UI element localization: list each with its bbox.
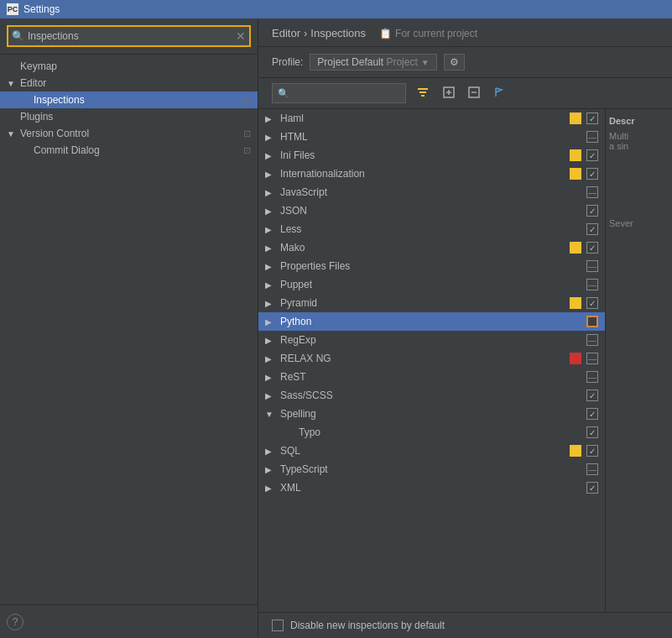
insp-check-sass[interactable]: ✓ <box>586 390 598 401</box>
insp-severity-relaxng <box>570 353 581 364</box>
inspections-toolbar: 🔍 <box>258 78 672 109</box>
insp-row-haml[interactable]: ▶ Haml ✓ <box>258 109 605 128</box>
inspections-search-wrapper[interactable]: 🔍 <box>272 83 406 103</box>
insp-severity-mako <box>570 242 581 254</box>
insp-row-sass[interactable]: ▶ Sass/SCSS ✓ <box>258 386 605 405</box>
insp-severity-i18n <box>570 168 581 180</box>
insp-severity-ini <box>570 149 581 161</box>
insp-row-mako[interactable]: ▶ Mako ✓ <box>258 238 605 257</box>
insp-check-pyramid[interactable]: ✓ <box>586 297 598 309</box>
sidebar-item-keymap[interactable]: Keymap <box>0 58 258 75</box>
insp-row-relaxng[interactable]: ▶ RELAX NG — <box>258 349 605 368</box>
insp-arrow-less: ▶ <box>265 225 277 234</box>
for-project-label: For current project <box>395 28 477 39</box>
sidebar: 🔍 ✕ Keymap ▼ Editor Inspections ⊡ <box>0 18 258 638</box>
collapse-all-button[interactable] <box>465 85 483 102</box>
desc-header: Descr <box>609 116 669 126</box>
sidebar-item-version-control[interactable]: ▼ Version Control ⊡ <box>0 125 258 142</box>
profile-dropdown-arrow: ▼ <box>421 58 430 67</box>
insp-row-js[interactable]: ▶ JavaScript — <box>258 183 605 201</box>
insp-arrow-json: ▶ <box>265 207 277 216</box>
insp-row-python[interactable]: ▶ Python <box>258 312 605 331</box>
insp-name-i18n: Internationalization <box>280 168 570 180</box>
insp-name-python: Python <box>280 316 585 327</box>
sidebar-item-commit-dialog[interactable]: Commit Dialog ⊡ <box>0 142 258 159</box>
insp-row-ini[interactable]: ▶ Ini Files ✓ <box>258 146 605 165</box>
disable-inspections-checkbox[interactable] <box>272 620 284 631</box>
sidebar-label-vc: Version Control <box>20 128 240 139</box>
insp-arrow-xml: ▶ <box>265 484 277 493</box>
insp-row-ts[interactable]: ▶ TypeScript — <box>258 460 605 478</box>
insp-name-puppet: Puppet <box>280 279 585 290</box>
insp-row-less[interactable]: ▶ Less ✓ <box>258 220 605 238</box>
insp-check-props[interactable]: — <box>586 260 598 272</box>
insp-check-xml[interactable]: ✓ <box>586 482 598 494</box>
sidebar-item-plugins[interactable]: Plugins <box>0 108 258 125</box>
sidebar-item-inspections[interactable]: Inspections ⊡ <box>0 92 258 108</box>
insp-row-html[interactable]: ▶ HTML — <box>258 128 605 146</box>
insp-name-typo: Typo <box>299 426 585 438</box>
sidebar-search-clear-icon[interactable]: ✕ <box>236 29 246 43</box>
insp-check-puppet[interactable]: — <box>586 279 598 290</box>
profile-dropdown[interactable]: Project Default Project ▼ <box>310 54 436 71</box>
insp-check-ts[interactable]: — <box>586 463 598 475</box>
insp-check-i18n[interactable]: ✓ <box>586 168 598 180</box>
expand-all-button[interactable] <box>440 85 458 102</box>
insp-check-haml[interactable]: ✓ <box>586 112 598 124</box>
insp-check-sql[interactable]: ✓ <box>586 445 598 457</box>
sidebar-label-inspections: Inspections <box>34 94 240 106</box>
insp-check-ini[interactable]: ✓ <box>586 149 598 161</box>
insp-name-json: JSON <box>280 205 585 217</box>
insp-check-js[interactable]: — <box>586 186 598 198</box>
breadcrumb-inspections: Inspections <box>310 27 366 39</box>
flag-icon <box>493 86 505 98</box>
right-panel: Descr Multi a sin Sever <box>605 109 672 612</box>
sidebar-search-icon: 🔍 <box>12 30 24 42</box>
insp-row-typo[interactable]: Typo ✓ <box>258 423 605 442</box>
insp-check-json[interactable]: ✓ <box>586 205 598 217</box>
insp-check-typo[interactable]: ✓ <box>586 426 598 438</box>
insp-row-props[interactable]: ▶ Properties Files — <box>258 257 605 275</box>
insp-check-rest[interactable]: — <box>586 371 598 383</box>
insp-row-json[interactable]: ▶ JSON ✓ <box>258 201 605 220</box>
breadcrumb-editor: Editor <box>272 27 300 39</box>
filter-button[interactable] <box>413 84 433 103</box>
insp-row-puppet[interactable]: ▶ Puppet — <box>258 275 605 294</box>
insp-row-rest[interactable]: ▶ ReST — <box>258 368 605 386</box>
insp-arrow-props: ▶ <box>265 262 277 271</box>
insp-row-regexp[interactable]: ▶ RegExp — <box>258 331 605 349</box>
sidebar-item-editor[interactable]: ▼ Editor <box>0 75 258 92</box>
insp-check-python[interactable] <box>586 316 598 327</box>
insp-name-less: Less <box>280 223 585 235</box>
insp-check-regexp[interactable]: — <box>586 334 598 346</box>
insp-row-i18n[interactable]: ▶ Internationalization ✓ <box>258 165 605 183</box>
insp-arrow-i18n: ▶ <box>265 170 277 179</box>
insp-check-mako[interactable]: ✓ <box>586 242 598 254</box>
insp-arrow-ini: ▶ <box>265 151 277 160</box>
profile-gear-button[interactable]: ⚙ <box>444 54 465 71</box>
insp-row-spelling[interactable]: ▼ Spelling ✓ <box>258 405 605 423</box>
content-area: Editor › Inspections 📋 For current proje… <box>258 18 672 638</box>
sidebar-copy-icon-commit: ⊡ <box>243 145 251 156</box>
insp-check-spelling[interactable]: ✓ <box>586 408 598 420</box>
insp-name-js: JavaScript <box>280 186 585 198</box>
insp-row-pyramid[interactable]: ▶ Pyramid ✓ <box>258 294 605 312</box>
inspections-tree: ▶ Haml ✓ ▶ HTML — ▶ Ini Files ✓ <box>258 109 605 612</box>
flag-button[interactable] <box>490 85 508 102</box>
sidebar-search-wrapper[interactable]: 🔍 ✕ <box>7 25 251 47</box>
insp-row-xml[interactable]: ▶ XML ✓ <box>258 478 605 497</box>
insp-arrow-regexp: ▶ <box>265 336 277 345</box>
insp-arrow-spelling: ▼ <box>265 410 277 419</box>
insp-name-regexp: RegExp <box>280 334 585 346</box>
insp-check-relaxng[interactable]: — <box>586 353 598 364</box>
insp-name-ts: TypeScript <box>280 463 585 475</box>
insp-name-props: Properties Files <box>280 260 585 272</box>
insp-check-less[interactable]: ✓ <box>586 223 598 235</box>
sidebar-search-input[interactable] <box>28 30 236 42</box>
help-button[interactable]: ? <box>7 614 23 630</box>
insp-row-sql[interactable]: ▶ SQL ✓ <box>258 442 605 460</box>
sidebar-copy-icon-inspections: ⊡ <box>243 95 251 106</box>
insp-name-pyramid: Pyramid <box>280 297 570 309</box>
insp-check-html[interactable]: — <box>586 131 598 143</box>
expand-icon <box>443 86 455 98</box>
